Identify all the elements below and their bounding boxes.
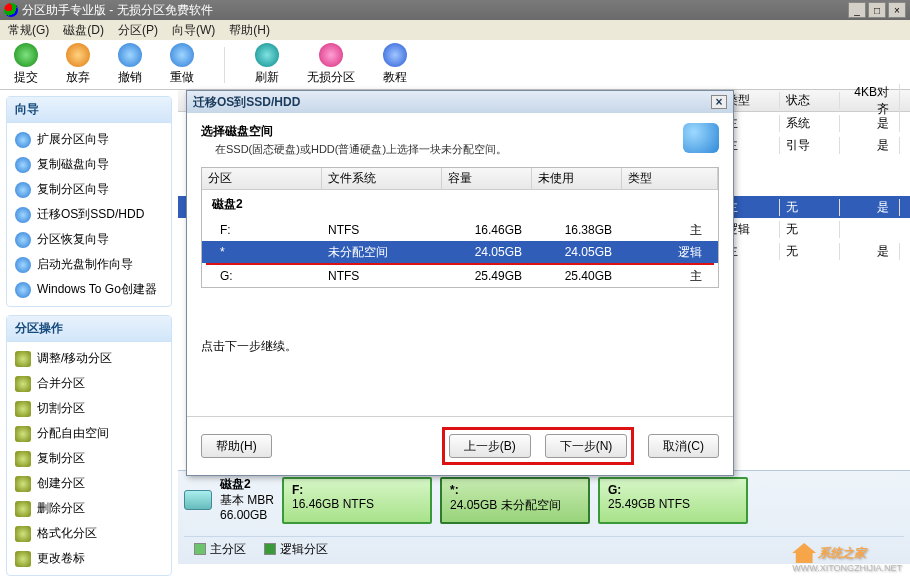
menu-partition[interactable]: 分区(P) — [118, 22, 158, 39]
dialog-row[interactable]: F:NTFS16.46GB16.38GB主 — [202, 219, 718, 241]
lossless-icon — [319, 43, 343, 67]
tutorial-icon — [383, 43, 407, 67]
ops-item-4[interactable]: 复制分区 — [9, 446, 169, 471]
ops-item-7[interactable]: 格式化分区 — [9, 521, 169, 546]
refresh-icon — [255, 43, 279, 67]
col-state[interactable]: 状态 — [780, 92, 840, 109]
wizard-item-2[interactable]: 复制分区向导 — [9, 177, 169, 202]
op-icon — [15, 526, 31, 542]
disk-card[interactable]: 磁盘2 基本 MBR 66.00GB — [184, 477, 274, 524]
col-align[interactable]: 4KB对齐 — [840, 84, 900, 118]
disk-mode: 基本 MBR — [220, 493, 274, 509]
wizard-icon — [15, 282, 31, 298]
cancel-button[interactable]: 取消(C) — [648, 434, 719, 458]
app-icon — [4, 3, 18, 17]
col-parttype[interactable]: 类型 — [622, 168, 718, 189]
wizard-panel-title: 向导 — [7, 97, 171, 123]
ops-item-8[interactable]: 更改卷标 — [9, 546, 169, 571]
partition-unalloc[interactable]: *:24.05GB 未分配空间 — [440, 477, 590, 524]
back-button[interactable]: 上一步(B) — [449, 434, 531, 458]
op-icon — [15, 376, 31, 392]
op-icon — [15, 451, 31, 467]
wizard-icon — [15, 132, 31, 148]
menu-general[interactable]: 常规(G) — [8, 22, 49, 39]
ops-item-0[interactable]: 调整/移动分区 — [9, 346, 169, 371]
disk-size: 66.00GB — [220, 508, 274, 524]
ops-item-3[interactable]: 分配自由空间 — [9, 421, 169, 446]
toolbar-separator — [224, 47, 225, 83]
dialog-partition-table: 分区 文件系统 容量 未使用 类型 磁盘2 F:NTFS16.46GB16.38… — [201, 167, 719, 288]
tb-redo[interactable]: 重做 — [170, 43, 194, 86]
partition-g[interactable]: G:25.49GB NTFS — [598, 477, 748, 524]
legend-primary: 主分区 — [194, 541, 246, 558]
window-titlebar: 分区助手专业版 - 无损分区免费软件 _ □ × — [0, 0, 910, 20]
ops-item-6[interactable]: 删除分区 — [9, 496, 169, 521]
help-button[interactable]: 帮助(H) — [201, 434, 272, 458]
op-icon — [15, 426, 31, 442]
op-icon — [15, 501, 31, 517]
migrate-os-dialog: 迁移OS到SSD/HDD × 选择磁盘空间 在SSD(固态硬盘)或HDD(普通硬… — [186, 90, 734, 476]
tb-commit[interactable]: 提交 — [14, 43, 38, 86]
maximize-button[interactable]: □ — [868, 2, 886, 18]
minimize-button[interactable]: _ — [848, 2, 866, 18]
tb-undo[interactable]: 撤销 — [118, 43, 142, 86]
close-button[interactable]: × — [888, 2, 906, 18]
undo-icon — [118, 43, 142, 67]
menu-wizard[interactable]: 向导(W) — [172, 22, 215, 39]
menu-help[interactable]: 帮助(H) — [229, 22, 270, 39]
wizard-icon — [15, 207, 31, 223]
wizard-item-4[interactable]: 分区恢复向导 — [9, 227, 169, 252]
disk-wizard-icon — [683, 123, 719, 153]
ops-item-5[interactable]: 创建分区 — [9, 471, 169, 496]
wizard-item-5[interactable]: 启动光盘制作向导 — [9, 252, 169, 277]
wizard-panel: 向导 扩展分区向导复制磁盘向导复制分区向导迁移OS到SSD/HDD分区恢复向导启… — [6, 96, 172, 307]
wizard-item-0[interactable]: 扩展分区向导 — [9, 127, 169, 152]
wizard-icon — [15, 182, 31, 198]
col-capacity[interactable]: 容量 — [442, 168, 532, 189]
disk-label: 磁盘2 — [220, 477, 274, 493]
op-icon — [15, 476, 31, 492]
window-title: 分区助手专业版 - 无损分区免费软件 — [22, 2, 213, 19]
dialog-title: 迁移OS到SSD/HDD — [193, 94, 300, 111]
wizard-item-6[interactable]: Windows To Go创建器 — [9, 277, 169, 302]
tb-lossless[interactable]: 无损分区 — [307, 43, 355, 86]
menubar: 常规(G) 磁盘(D) 分区(P) 向导(W) 帮助(H) — [0, 20, 910, 40]
tb-refresh[interactable]: 刷新 — [255, 43, 279, 86]
ops-panel-title: 分区操作 — [7, 316, 171, 342]
discard-icon — [66, 43, 90, 67]
toolbar: 提交 放弃 撤销 重做 刷新 无损分区 教程 — [0, 40, 910, 90]
dialog-note: 点击下一步继续。 — [201, 338, 719, 355]
legend-logical: 逻辑分区 — [264, 541, 328, 558]
tb-tutorial[interactable]: 教程 — [383, 43, 407, 86]
col-fs[interactable]: 文件系统 — [322, 168, 442, 189]
dialog-row[interactable]: *未分配空间24.05GB24.05GB逻辑 — [202, 241, 718, 263]
hdd-icon — [184, 490, 212, 510]
col-unused[interactable]: 未使用 — [532, 168, 622, 189]
house-icon — [792, 543, 816, 563]
wizard-icon — [15, 157, 31, 173]
tb-discard[interactable]: 放弃 — [66, 43, 90, 86]
watermark: 系统之家WWW.XITONGZHIJIA.NET — [792, 543, 902, 573]
redo-icon — [170, 43, 194, 67]
next-button[interactable]: 下一步(N) — [545, 434, 628, 458]
ops-panel: 分区操作 调整/移动分区合并分区切割分区分配自由空间复制分区创建分区删除分区格式… — [6, 315, 172, 576]
dialog-subdesc: 在SSD(固态硬盘)或HDD(普通硬盘)上选择一块未分配空间。 — [201, 142, 507, 157]
op-icon — [15, 351, 31, 367]
dialog-subtitle: 选择磁盘空间 — [201, 123, 507, 140]
wizard-item-1[interactable]: 复制磁盘向导 — [9, 152, 169, 177]
menu-disk[interactable]: 磁盘(D) — [63, 22, 104, 39]
wizard-icon — [15, 232, 31, 248]
op-icon — [15, 551, 31, 567]
table-group-disk2: 磁盘2 — [202, 190, 718, 219]
partition-f[interactable]: F:16.46GB NTFS — [282, 477, 432, 524]
wizard-icon — [15, 257, 31, 273]
dialog-row[interactable]: G:NTFS25.49GB25.40GB主 — [202, 265, 718, 287]
col-partition[interactable]: 分区 — [202, 168, 322, 189]
dialog-titlebar: 迁移OS到SSD/HDD × — [187, 91, 733, 113]
wizard-item-3[interactable]: 迁移OS到SSD/HDD — [9, 202, 169, 227]
check-icon — [14, 43, 38, 67]
ops-item-1[interactable]: 合并分区 — [9, 371, 169, 396]
op-icon — [15, 401, 31, 417]
dialog-close-button[interactable]: × — [711, 95, 727, 109]
ops-item-2[interactable]: 切割分区 — [9, 396, 169, 421]
